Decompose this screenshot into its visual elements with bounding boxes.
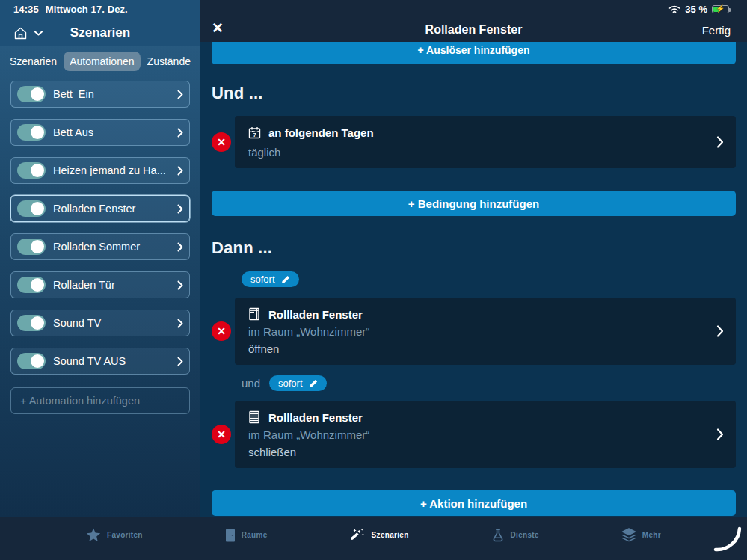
action-row-2: ✕ Rollladen Fenster im Raum „Wohnzimmer“… — [212, 401, 736, 468]
sidebar-header: Szenarien — [13, 18, 187, 48]
list-item-heizen[interactable]: Heizen jemand zu Ha... — [10, 157, 190, 184]
toggle-on[interactable] — [17, 353, 46, 369]
chevron-down-icon — [34, 30, 43, 37]
chevron-right-icon — [177, 90, 183, 99]
action-room: im Raum „Wohnzimmer“ — [248, 324, 706, 339]
done-button[interactable]: Fertig — [702, 24, 731, 37]
svg-text:7: 7 — [253, 132, 256, 138]
list-item-bett-ein[interactable]: Bett Ein — [10, 81, 190, 108]
gesture-hint-arc — [699, 523, 743, 554]
add-action-button[interactable]: + Aktion hinzufügen — [212, 490, 736, 516]
magic-wand-icon — [350, 528, 366, 543]
pencil-icon — [309, 379, 318, 388]
list-item-rolladen-tuer[interactable]: Rolladen Tür — [10, 271, 190, 298]
add-trigger-button[interactable]: + Auslöser hinzufügen — [212, 42, 736, 64]
toggle-on[interactable] — [17, 162, 46, 179]
delay-pill[interactable]: sofort — [269, 375, 327, 391]
toggle-on[interactable] — [17, 124, 46, 141]
delay-label: sofort — [278, 378, 303, 389]
tab-zustaende[interactable]: Zustände — [141, 52, 197, 71]
list-item-label: Sound TV AUS — [53, 355, 170, 367]
list-item-label: Rolladen Fenster — [53, 203, 170, 215]
automation-editor: + Auslöser hinzufügen Und ... ✕ 7 an fol… — [200, 42, 747, 517]
status-bar-right: 35 % ⚡ — [668, 4, 729, 15]
tab-label: Räume — [242, 531, 268, 539]
list-item-rolladen-sommer[interactable]: Rolladen Sommer — [10, 233, 190, 260]
tab-dienste[interactable]: Dienste — [491, 529, 539, 542]
toggle-on[interactable] — [17, 277, 46, 293]
battery-percent: 35 % — [685, 4, 707, 15]
bottom-tab-bar: Favoriten Räume Szenarien Dienste Mehr — [0, 517, 747, 560]
toggle-on[interactable] — [17, 86, 46, 102]
tab-szenarien[interactable]: Szenarien — [4, 52, 63, 71]
shutter-closed-icon — [248, 410, 261, 424]
door-icon — [225, 529, 236, 542]
add-condition-button[interactable]: + Bedingung hinzufügen — [212, 191, 736, 216]
action-title: Rollladen Fenster — [268, 308, 363, 321]
star-icon — [86, 528, 101, 542]
action-command: schließen — [248, 444, 706, 459]
toggle-on[interactable] — [17, 200, 46, 217]
delay-row-2: und sofort — [242, 375, 736, 391]
chevron-right-icon — [177, 242, 183, 252]
tab-label: Mehr — [642, 531, 661, 539]
modal-header: ✕ Rolladen Fenster Fertig 35 % ⚡ — [200, 0, 747, 42]
status-date: Mittwoch 17. Dez. — [46, 4, 128, 15]
action-title: Rollladen Fenster — [268, 411, 363, 424]
chevron-right-icon — [177, 204, 183, 214]
home-menu-button[interactable] — [13, 26, 43, 40]
chevron-right-icon — [177, 319, 183, 328]
then-heading: Dann ... — [212, 239, 736, 261]
flask-icon — [491, 529, 505, 542]
tab-raeume[interactable]: Räume — [225, 529, 268, 542]
sidebar-top: 14:35 Mittwoch 17. Dez. Szenarien — [0, 0, 200, 46]
chevron-right-icon — [177, 128, 183, 138]
toggle-on[interactable] — [17, 315, 46, 331]
layers-icon — [621, 528, 636, 542]
delete-action-button[interactable]: ✕ — [212, 425, 231, 444]
toggle-on[interactable] — [17, 239, 46, 255]
pencil-icon — [281, 275, 290, 284]
status-bar-left: 14:35 Mittwoch 17. Dez. — [13, 4, 187, 15]
automation-list: Bett Ein Bett Aus Heizen jemand zu Ha...… — [0, 76, 200, 414]
list-item-rolladen-fenster[interactable]: Rolladen Fenster — [10, 195, 190, 222]
add-automation-button[interactable]: + Automation hinzufügen — [10, 387, 190, 414]
condition-title: an folgenden Tagen — [268, 126, 374, 139]
action-command: öffnen — [248, 341, 706, 356]
action-row-1: ✕ Rollladen Fenster im Raum „Wohnzimmer“… — [212, 298, 736, 365]
list-item-label: Sound TV — [53, 317, 170, 329]
app-screen: 14:35 Mittwoch 17. Dez. Szenarien Szenar… — [0, 0, 747, 560]
tab-szenarien[interactable]: Szenarien — [350, 528, 409, 543]
tab-label: Dienste — [511, 531, 539, 539]
tab-label: Szenarien — [372, 531, 409, 539]
sidebar: 14:35 Mittwoch 17. Dez. Szenarien Szenar… — [0, 0, 200, 517]
condition-row: ✕ 7 an folgenden Tagen täglich — [212, 116, 736, 168]
chevron-right-icon — [716, 136, 724, 149]
list-item-sound-tv[interactable]: Sound TV — [10, 310, 190, 336]
action-card-open[interactable]: Rollladen Fenster im Raum „Wohnzimmer“ ö… — [235, 298, 736, 365]
list-item-label: Rolladen Sommer — [53, 241, 170, 253]
connector-label: und — [242, 377, 260, 390]
list-item-label: Bett Ein — [53, 88, 170, 100]
action-room: im Raum „Wohnzimmer“ — [248, 427, 706, 442]
home-icon — [13, 26, 28, 40]
chevron-right-icon — [177, 357, 183, 366]
tab-label: Favoriten — [107, 531, 143, 539]
tab-favoriten[interactable]: Favoriten — [86, 528, 143, 542]
list-item-label: Bett Aus — [53, 126, 170, 138]
status-time: 14:35 — [13, 4, 39, 15]
calendar-icon: 7 — [248, 126, 261, 139]
battery-charging-icon: ⚡ — [712, 5, 729, 13]
list-item-label: Heizen jemand zu Ha... — [53, 164, 170, 176]
action-card-close[interactable]: Rollladen Fenster im Raum „Wohnzimmer“ s… — [235, 401, 736, 468]
condition-subtitle: täglich — [248, 144, 706, 159]
tab-mehr[interactable]: Mehr — [621, 528, 661, 542]
tab-automationen[interactable]: Automationen — [64, 52, 140, 71]
list-item-sound-tv-aus[interactable]: Sound TV AUS — [10, 348, 190, 375]
delete-action-button[interactable]: ✕ — [212, 321, 231, 341]
delay-pill[interactable]: sofort — [242, 271, 299, 287]
list-item-label: Rolladen Tür — [53, 279, 170, 291]
list-item-bett-aus[interactable]: Bett Aus — [10, 119, 190, 146]
delete-condition-button[interactable]: ✕ — [212, 132, 231, 152]
condition-card[interactable]: 7 an folgenden Tagen täglich — [235, 116, 736, 168]
